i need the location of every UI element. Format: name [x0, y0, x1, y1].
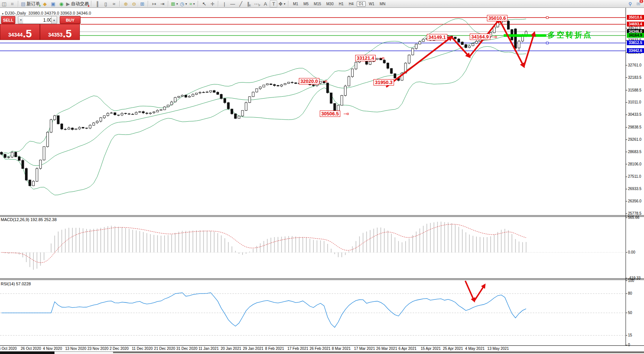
price-callout[interactable]: 34164.9	[470, 34, 490, 40]
price-tick-label: 32761.0	[628, 63, 641, 67]
date-axis-label: 26 Feb 2021	[310, 347, 331, 351]
zoom-in-icon[interactable]: ⊕	[122, 0, 129, 7]
horizontal-line-icon[interactable]: —	[229, 0, 236, 7]
price-tick-label: 29261.0	[628, 137, 641, 142]
trendline-icon[interactable]: ╱	[237, 0, 244, 7]
price-tick-label: 31588.5	[628, 88, 641, 92]
symbol-info-line: ▸DJ30-,Daily 33980.0 34379.0 33963.0 343…	[2, 11, 91, 15]
timeframe-mn-button[interactable]: MN	[377, 1, 388, 7]
equidistant-channel-icon[interactable]: ∥E	[245, 0, 253, 7]
text-icon[interactable]: A	[262, 0, 269, 7]
date-axis-label: 17 Feb 2021	[287, 347, 308, 351]
chart-overlays: 34511.033933.533356.032761.032183.531588…	[0, 8, 644, 354]
buy-button[interactable]: BUY	[60, 16, 81, 24]
cursor-icon[interactable]: ↖	[200, 0, 208, 7]
price-level-badge: 33442.6	[627, 48, 644, 53]
date-axis-label: 2 Dec 2020	[110, 347, 129, 351]
price-callout[interactable]: 34149.1	[427, 34, 447, 40]
indicators-dropdown-caret-icon: ▼	[193, 3, 196, 5]
timeframe-h1-button[interactable]: H1	[337, 1, 346, 7]
new-order-button[interactable]: ▤+新订单	[21, 0, 40, 7]
annotation-text[interactable]: 多空转折点	[548, 30, 593, 40]
price-callout[interactable]: 32020.0	[299, 78, 319, 84]
fibonacci-icon[interactable]: ⋯F	[253, 0, 261, 7]
date-axis-label: 25 Apr 2021	[443, 347, 463, 351]
toolbar-separator	[119, 1, 120, 7]
collapse-arrow-icon[interactable]: ▸	[2, 12, 4, 15]
tile-windows-icon[interactable]: ⊞	[138, 0, 146, 7]
toolbar-right-group: ⚲✉1	[626, 0, 643, 7]
price-tick-label: 28683.5	[628, 150, 641, 154]
auto-scroll-icon[interactable]: ↦	[150, 0, 158, 7]
date-axis-label: 8 Mar 2021	[332, 347, 351, 351]
new-order-button-badge: +	[39, 4, 41, 7]
bar-chart-icon[interactable]: ║	[94, 0, 101, 7]
timeframe-m1-button[interactable]: M1	[291, 1, 300, 7]
date-axis-label: 6 Oct 2020	[0, 347, 17, 351]
timeframe-h4-button[interactable]: H4	[347, 1, 356, 7]
rsi-axis-label: 15	[628, 333, 632, 337]
profiles-dropdown-caret-icon: ▼	[185, 3, 187, 5]
timeframe-m5-button[interactable]: M5	[301, 1, 311, 7]
volume-input[interactable]	[23, 16, 53, 24]
toolbar-separator	[148, 1, 149, 7]
chart-window-icon[interactable]: ◫	[0, 0, 8, 7]
signal-icon[interactable]: ◉	[57, 0, 65, 7]
indicators-dropdown[interactable]: ≈▼	[188, 0, 196, 7]
rsi-label: RSI(14) 57.0228	[1, 282, 31, 286]
vertical-line-icon[interactable]: |	[221, 0, 228, 7]
arrows-dropdown[interactable]: ✥▼	[278, 0, 286, 7]
sell-price-main: 34344	[8, 31, 23, 39]
toolbar-separator	[288, 1, 289, 7]
date-axis-label: 26 Mar 2021	[376, 347, 397, 351]
price-tick-label: 26356.0	[628, 199, 641, 203]
buy-price-panel[interactable]: 34353.5	[40, 24, 80, 40]
new-chart-dropdown[interactable]: ⊞▼	[171, 0, 179, 7]
sell-price-panel[interactable]: 34344.5	[0, 24, 40, 40]
date-axis-label: 11 Jan 2021	[198, 347, 219, 351]
chart-magnifier-icon[interactable]: ⌗	[9, 0, 16, 7]
price-tick-label: 25778.5	[628, 211, 641, 215]
timeframe-d1-button[interactable]: D1	[357, 1, 366, 7]
profile-icon[interactable]: ▣	[49, 0, 57, 7]
timeframe-m30-button[interactable]: M30	[324, 1, 336, 7]
candlestick-chart-icon[interactable]: ▯	[102, 0, 109, 7]
timeframe-m15-button[interactable]: M15	[312, 1, 323, 7]
one-click-trading-panel: SELL ▼ ▲ BUY 34344.5 34353.5	[0, 15, 81, 25]
macd-axis-label: 565.66	[628, 215, 640, 220]
price-callout[interactable]: 35010.6	[487, 15, 507, 21]
sell-button[interactable]: SELL	[1, 16, 15, 24]
date-axis-label: 6 Apr 2021	[398, 347, 416, 351]
date-axis-label: 20 Jan 2021	[221, 347, 241, 351]
price-level-badge: 35010.6	[627, 15, 644, 20]
date-axis-label: 21 Dec 2020	[154, 347, 175, 351]
date-axis-label: 13 Nov 2020	[65, 347, 87, 351]
date-axis-label: 4 May 2021	[465, 347, 485, 351]
zoom-out-icon[interactable]: ⊖	[130, 0, 138, 7]
bottom-strip	[0, 351, 644, 354]
volume-increase-button[interactable]: ▲	[51, 16, 57, 24]
toolbar-separator	[198, 1, 198, 7]
price-callout[interactable]: 31950.3	[373, 79, 394, 86]
styles-bucket-icon[interactable]: ◆	[41, 0, 49, 7]
sell-price-pips: .5	[23, 29, 32, 39]
auto-trading-button[interactable]: ▶●自动交易	[66, 0, 89, 7]
profiles-dropdown[interactable]: ◷▼	[179, 0, 188, 7]
notifications-icon[interactable]: ✉1	[635, 0, 642, 7]
symbol-name: DJ30-,Daily	[5, 11, 26, 15]
chart-area[interactable]: 34511.033933.533356.032761.032183.531588…	[0, 8, 644, 354]
crosshair-icon[interactable]: ✛	[209, 0, 216, 7]
rsi-axis-label: 80	[628, 291, 632, 295]
rsi-axis-label: 50	[628, 311, 632, 315]
date-axis-label: 23 Nov 2020	[87, 347, 109, 351]
text-label-icon[interactable]: T	[270, 0, 277, 7]
taskbar-segment-light	[54, 351, 113, 354]
price-callout[interactable]: 30506.5	[320, 111, 340, 117]
line-chart-icon[interactable]: ≈	[110, 0, 118, 7]
price-callout[interactable]: 33121.4	[355, 55, 376, 61]
search-icon[interactable]: ⚲	[626, 0, 634, 7]
chart-shift-icon[interactable]: ⇥	[159, 0, 166, 7]
symbol-ohlc: 33980.0 34379.0 33963.0 34346.0	[28, 11, 91, 15]
auto-trading-button-badge: ●	[88, 4, 90, 7]
timeframe-w1-button[interactable]: W1	[366, 1, 376, 7]
